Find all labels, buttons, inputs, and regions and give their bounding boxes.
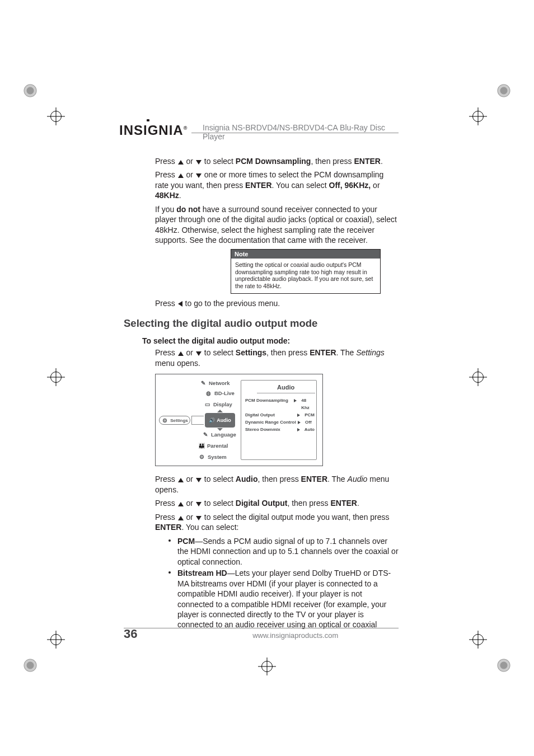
osd-settings-label: Settings bbox=[170, 418, 188, 423]
network-icon: ✎ bbox=[199, 380, 207, 386]
note-box: Note Setting the optical or coaxial audi… bbox=[231, 249, 381, 294]
crop-mark bbox=[496, 83, 512, 98]
down-arrow-icon bbox=[196, 160, 202, 165]
crop-mark bbox=[22, 83, 38, 98]
osd-menu-system: ⚙System bbox=[198, 454, 227, 460]
up-arrow-icon bbox=[178, 478, 184, 482]
osd-panel: Audio PCM Downsampling48 Khz Digital Out… bbox=[241, 380, 317, 460]
gear-icon: ⚙ bbox=[161, 417, 168, 424]
monitor-icon: ▭ bbox=[204, 401, 211, 407]
down-arrow-icon bbox=[196, 502, 202, 506]
osd-menu-network: ✎Network bbox=[199, 380, 229, 386]
osd: ⚙ Settings ✎Network ◍BD-Live ▭Display 🔊A… bbox=[155, 374, 323, 466]
osd-panel-rows: PCM Downsampling48 Khz Digital OutputPCM… bbox=[245, 397, 315, 433]
step-previous-menu: Press to go to the previous menu. bbox=[155, 298, 399, 308]
down-arrow-icon bbox=[196, 351, 202, 356]
osd-connector-line bbox=[191, 416, 204, 425]
brand-logo: INSIGNIA® bbox=[119, 123, 188, 138]
osd-screenshot: ⚙ Settings ✎Network ◍BD-Live ▭Display 🔊A… bbox=[155, 374, 399, 466]
step-open-settings: Press or to select Settings, then press … bbox=[155, 348, 399, 368]
osd-sidebar: ⚙ Settings bbox=[156, 374, 209, 466]
registration-mark bbox=[49, 633, 63, 646]
step-select-pcm-downsampling: Press or to select PCM Downsampling, the… bbox=[155, 156, 399, 166]
bullet-dot-icon bbox=[168, 568, 171, 630]
registration-mark bbox=[49, 110, 63, 123]
language-icon: ✎ bbox=[202, 431, 209, 438]
osd-panel-title: Audio bbox=[277, 384, 294, 391]
osd-menu-language: ✎Language bbox=[202, 431, 236, 438]
up-arrow-icon bbox=[178, 516, 184, 520]
step-select-mode: Press or to select the digital output mo… bbox=[155, 512, 399, 533]
speaker-icon: 🔊 bbox=[209, 417, 215, 423]
section-heading: Selecting the digital audio output mode bbox=[124, 317, 399, 330]
osd-menu-display: ▭Display bbox=[204, 401, 232, 407]
registration-mark bbox=[471, 370, 485, 384]
step-select-rate: Press or one or more times to select the… bbox=[155, 170, 399, 200]
bullet-dot-icon bbox=[168, 536, 171, 567]
right-arrow-icon bbox=[297, 414, 300, 417]
right-arrow-icon bbox=[294, 399, 297, 402]
right-arrow-icon bbox=[297, 428, 300, 431]
step-select-audio: Press or to select Audio, then press ENT… bbox=[155, 474, 399, 495]
up-arrow-icon bbox=[178, 502, 184, 506]
registration-mark bbox=[49, 370, 63, 384]
note-title: Note bbox=[231, 250, 380, 259]
page-number: 36 bbox=[124, 627, 137, 641]
osd-row-digital-output: Digital OutputPCM bbox=[245, 412, 315, 419]
gear-icon: ⚙ bbox=[198, 454, 205, 460]
step-select-digital-output: Press or to select Digital Output, then … bbox=[155, 498, 399, 508]
osd-menu-parental: 👪Parental bbox=[198, 443, 228, 449]
page-content: INSIGNIA® Insignia NS-BRDVD4/NS-BRDVD4-C… bbox=[71, 71, 463, 685]
osd-panel-title-underline bbox=[257, 393, 315, 393]
crop-mark bbox=[22, 658, 38, 673]
bullet-bitstream: Bitstream HD—Lets your player send Dolby… bbox=[168, 568, 399, 630]
header-product-text: Insignia NS-BRDVD4/NS-BRDVD4-CA Blu-Ray … bbox=[198, 123, 397, 141]
down-arrow-icon bbox=[196, 478, 202, 482]
globe-icon: ◍ bbox=[205, 390, 212, 396]
osd-menu-bdlive: ◍BD-Live bbox=[205, 390, 235, 396]
registration-mark bbox=[471, 633, 485, 646]
body-column: Press or to select PCM Downsampling, the… bbox=[155, 156, 399, 631]
osd-row-pcm-downsampling: PCM Downsampling48 Khz bbox=[245, 397, 315, 412]
footer-url: www.insigniaproducts.com bbox=[252, 631, 338, 640]
crop-mark bbox=[496, 658, 512, 673]
procedure-heading: To select the digital audio output mode: bbox=[142, 336, 399, 345]
bullet-pcm: PCM—Sends a PCM audio signal of up to 7.… bbox=[168, 536, 399, 567]
osd-settings-button: ⚙ Settings bbox=[159, 416, 190, 425]
osd-menu-audio-selected: 🔊Audio bbox=[205, 413, 235, 428]
registration-mark bbox=[471, 110, 485, 123]
bullet-list: PCM—Sends a PCM audio signal of up to 7.… bbox=[168, 536, 399, 630]
right-arrow-icon bbox=[298, 421, 301, 424]
osd-row-stereo-downmix: Stereo DownmixAuto bbox=[245, 426, 315, 434]
osd-row-drc: Dynamic Range ControlOff bbox=[245, 419, 315, 426]
left-arrow-icon bbox=[178, 301, 182, 307]
up-arrow-icon bbox=[178, 160, 184, 165]
up-arrow-icon bbox=[178, 173, 184, 178]
up-arrow-icon bbox=[178, 351, 184, 356]
note-body: Setting the optical or coaxial audio out… bbox=[231, 259, 380, 293]
down-arrow-icon bbox=[196, 173, 202, 178]
parental-icon: 👪 bbox=[198, 443, 205, 449]
down-arrow-icon bbox=[196, 516, 202, 520]
page-footer: 36 www.insigniaproducts.com bbox=[124, 627, 399, 641]
header-rule bbox=[191, 133, 399, 133]
paragraph-no-surround: If you do not have a surround sound rece… bbox=[155, 204, 399, 246]
